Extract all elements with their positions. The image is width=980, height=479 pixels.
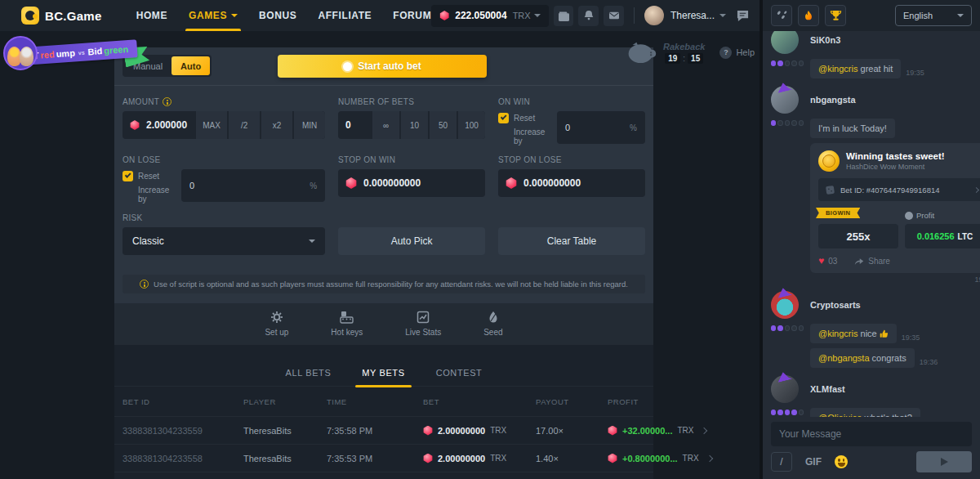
risk-select[interactable]: Classic [122, 227, 325, 255]
mention[interactable]: @kingcris [818, 64, 858, 74]
bigwin-ribbon: BIGWIN [816, 208, 860, 218]
chat-message-input[interactable] [771, 422, 972, 446]
script-disclaimer: Use of script is optional and as such pl… [122, 275, 645, 293]
user-badges [771, 114, 804, 284]
reset-checkbox[interactable] [498, 113, 509, 123]
tab-all-bets[interactable]: ALL BETS [284, 363, 333, 386]
chat-username[interactable]: nbgangsta [804, 95, 980, 105]
rain-button[interactable] [771, 5, 792, 26]
stop-on-lose-field: STOP ON LOSE 0.000000000 [498, 155, 645, 204]
message-time: 19:35 [906, 69, 924, 78]
amount-input[interactable]: 2.000000 [122, 119, 194, 131]
notifications-button[interactable] [578, 6, 599, 26]
user-badges [771, 403, 804, 417]
promo-banner[interactable]: TredumpvsBidgreen [3, 36, 149, 70]
user-badges [771, 54, 804, 78]
card-bet-id-row[interactable]: Bet ID: #4076447949916814 [818, 178, 980, 201]
seed-tool[interactable]: Seed [483, 311, 502, 337]
clear-table-button[interactable]: Clear Table [498, 227, 645, 255]
bets-50-button[interactable]: 50 [430, 111, 457, 139]
infinity-button[interactable]: ∞ [372, 111, 399, 139]
chat-username[interactable]: XLMfast [804, 384, 972, 394]
chevron-right-icon[interactable] [701, 427, 707, 433]
message-time: 19:35 [902, 334, 920, 343]
start-auto-bet-button[interactable]: Start auto bet [278, 55, 487, 78]
mention[interactable]: @kingcris [818, 329, 858, 338]
bets-tabs: ALL BETS MY BETS CONTEST [114, 363, 653, 387]
logo[interactable]: BC.Game [21, 7, 102, 25]
emoji-button[interactable] [835, 455, 848, 468]
keyboard-icon [340, 311, 354, 324]
share-button[interactable]: Share [854, 257, 890, 266]
chat-username[interactable]: SiK0n3 [804, 35, 972, 45]
witch-hat-icon [776, 81, 792, 93]
auto-mode-tab[interactable]: Auto [172, 56, 210, 75]
thumbs-up-icon [880, 329, 889, 338]
auto-pick-button[interactable]: Auto Pick [338, 227, 485, 255]
chat-username[interactable]: Cryptosarts [804, 300, 972, 310]
username[interactable]: Theresa... [670, 10, 715, 21]
chat-toggle-button[interactable] [736, 10, 750, 22]
contest-button[interactable] [825, 5, 846, 26]
live-stats-tool[interactable]: Live Stats [405, 311, 441, 337]
on-win-input[interactable]: 0% [557, 111, 645, 144]
avatar[interactable] [771, 375, 799, 403]
chat-sidebar: English SiK0n3 @kingcris great hit19:35 … [760, 0, 980, 479]
chevron-down-icon [231, 14, 238, 17]
nav-games[interactable]: GAMES [189, 0, 238, 31]
rakeback-widget[interactable]: Rakeback 19 : 15 ? Help [627, 36, 755, 69]
stop-on-win-field: STOP ON WIN 0.000000000 [338, 155, 485, 204]
hot-streak-button[interactable] [798, 5, 819, 26]
heart-icon[interactable]: ♥ [818, 256, 824, 266]
messages-button[interactable] [604, 6, 624, 26]
nav-forum[interactable]: FORUM [393, 0, 431, 31]
balance-selector[interactable]: 222.050004 TRX [431, 5, 548, 27]
win-share-card[interactable]: Winning tastes sweet! HashDice Wow Momen… [810, 143, 980, 273]
number-of-bets-input[interactable]: 0 [338, 119, 371, 131]
reset-checkbox[interactable] [122, 171, 133, 181]
avatar[interactable] [771, 86, 799, 114]
bets-100-button[interactable]: 100 [458, 111, 485, 139]
bet-row[interactable]: 3388381304233558 TheresaBits 7:35:53 PM … [114, 444, 653, 472]
help-button[interactable]: ? Help [719, 47, 755, 59]
send-icon [941, 458, 948, 466]
gif-button[interactable]: GIF [805, 456, 822, 468]
wallet-button[interactable] [554, 6, 574, 26]
bet-row[interactable]: 3388381304233559 TheresaBits 7:35:58 PM … [114, 416, 653, 444]
piggy-bank-icon [627, 41, 657, 64]
setup-tool[interactable]: Set up [265, 311, 288, 337]
double-button[interactable]: x2 [261, 111, 292, 139]
chat-header: English [763, 0, 980, 31]
hotkeys-tool[interactable]: Hot keys [331, 311, 363, 337]
stop-on-lose-input[interactable]: 0.000000000 [498, 177, 645, 189]
min-button[interactable]: MIN [294, 111, 325, 139]
slash-commands-button[interactable]: / [771, 452, 792, 472]
chevron-down-icon[interactable] [719, 14, 726, 17]
trx-gem-icon [130, 120, 140, 130]
nav-home[interactable]: HOME [136, 0, 167, 31]
bet-row[interactable]: 3388381304233557 TheresaBits 7:35:48 PM … [114, 472, 653, 479]
on-lose-input[interactable]: 0% [181, 169, 325, 202]
nav-affiliate[interactable]: AFFILIATE [318, 0, 372, 31]
bets-10-button[interactable]: 10 [401, 111, 428, 139]
mention[interactable]: @Oliejuice [818, 413, 862, 417]
max-button[interactable]: MAX [196, 111, 227, 139]
gold-coin-icon [818, 150, 840, 172]
stop-on-win-input[interactable]: 0.000000000 [338, 177, 485, 189]
half-button[interactable]: /2 [229, 111, 260, 139]
user-avatar[interactable] [644, 6, 664, 25]
tab-my-bets[interactable]: MY BETS [360, 363, 406, 386]
tab-contest[interactable]: CONTEST [434, 363, 484, 386]
avatar[interactable] [771, 31, 799, 54]
language-selector[interactable]: English [895, 5, 972, 26]
chevron-right-icon[interactable] [706, 454, 712, 461]
avatar[interactable] [771, 291, 799, 319]
currency-dropdown[interactable]: TRX [513, 11, 541, 20]
mention[interactable]: @nbgangsta [818, 353, 870, 363]
logo-text: BC.Game [45, 9, 102, 23]
send-message-button[interactable] [916, 451, 972, 472]
nav-bonus[interactable]: BONUS [259, 0, 296, 31]
info-icon[interactable] [163, 97, 172, 106]
bet-panel: Manual Auto Start auto bet AMOUNT [114, 47, 653, 303]
live-stats-icon [416, 311, 430, 324]
